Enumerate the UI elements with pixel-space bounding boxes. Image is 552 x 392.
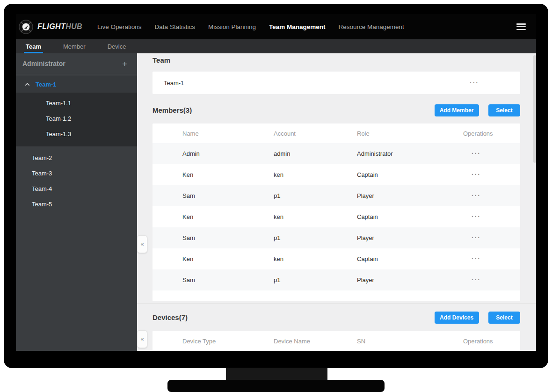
add-member-button[interactable]: Add Member: [435, 104, 479, 116]
devices-actions: Add Devices Select: [435, 312, 520, 324]
nav-item-live-operations[interactable]: Live Operations: [97, 23, 142, 30]
column-header-role: Role: [357, 130, 463, 137]
more-options-icon[interactable]: ···: [472, 234, 481, 241]
table-row: Admin admin Administrator ···: [153, 143, 520, 164]
members-actions: Add Member Select: [435, 104, 520, 116]
sidebar-item-team-4[interactable]: Team-4: [16, 181, 137, 196]
team-tree-sidebar: Administrator + Team-1 Team-1.1 Team-1.2…: [16, 53, 137, 351]
sidebar-item-team-5[interactable]: Team-5: [16, 196, 137, 212]
column-header-operations: Operations: [463, 338, 520, 345]
member-name: Sam: [182, 276, 274, 283]
devices-table-header: Device Type Device Name SN Operations: [153, 331, 520, 351]
sidebar-item-team-1-3[interactable]: Team-1.3: [16, 126, 137, 142]
members-table-header: Name Account Role Operations: [153, 123, 520, 143]
team-section-title: Team: [153, 53, 520, 64]
brand-text: FLIGHTHUB: [37, 22, 82, 31]
member-name: Sam: [182, 192, 274, 199]
member-name: Ken: [182, 213, 274, 220]
nav-item-team-management[interactable]: Team Management: [269, 23, 326, 30]
column-header-operations: Operations: [463, 130, 520, 137]
tab-member[interactable]: Member: [62, 39, 87, 53]
devices-section-title: Devices(7): [153, 313, 188, 321]
members-section-head: Members(3) Add Member Select: [153, 104, 520, 116]
more-options-icon[interactable]: ···: [472, 276, 481, 283]
table-row: Sam p1 Player ···: [153, 269, 520, 290]
top-navbar: FLIGHTHUB Live Operations Data Statistic…: [16, 14, 536, 39]
member-role: Player: [357, 192, 463, 199]
sidebar-item-team-1[interactable]: Team-1: [16, 76, 137, 93]
tab-bar: Team Member Device: [16, 39, 536, 53]
sidebar-item-team-3[interactable]: Team-3: [16, 166, 137, 181]
monitor-stand-base: [167, 380, 385, 392]
member-role: Captain: [357, 213, 463, 220]
app-screen: FLIGHTHUB Live Operations Data Statistic…: [16, 14, 536, 351]
member-account: ken: [274, 171, 357, 178]
member-account: p1: [274, 234, 357, 241]
select-devices-button[interactable]: Select: [488, 312, 520, 324]
member-name: Ken: [182, 171, 274, 178]
more-options-icon[interactable]: ···: [472, 171, 481, 178]
hamburger-menu-icon[interactable]: [516, 23, 526, 30]
member-account: ken: [274, 213, 357, 220]
sidebar-collapse-handle[interactable]: «: [137, 330, 147, 348]
flighthub-logo-icon: [19, 20, 33, 34]
section-divider: [137, 303, 536, 304]
member-role: Captain: [357, 171, 463, 178]
sidebar-header: Administrator +: [16, 53, 137, 74]
column-header-sn: SN: [357, 338, 463, 345]
brand[interactable]: FLIGHTHUB: [19, 20, 82, 34]
add-team-icon[interactable]: +: [122, 59, 127, 68]
sidebar-top-level-items: Team-2 Team-3 Team-4 Team-5: [16, 146, 137, 212]
more-options-icon[interactable]: ···: [470, 80, 479, 86]
team-card-name: Team-1: [164, 80, 184, 87]
nav-menu: Live Operations Data Statistics Mission …: [97, 23, 404, 30]
more-options-icon[interactable]: ···: [472, 192, 481, 199]
vertical-scrollbar-thumb[interactable]: [533, 55, 536, 163]
member-name: Ken: [182, 255, 274, 262]
sidebar-item-label: Team-1: [36, 81, 57, 88]
sidebar-item-team-1-1[interactable]: Team-1.1: [16, 95, 137, 111]
table-row: Sam p1 Player ···: [153, 185, 520, 206]
member-role: Player: [357, 234, 463, 241]
tab-device[interactable]: Device: [107, 39, 127, 53]
member-role: Administrator: [357, 150, 463, 157]
app-body: Administrator + Team-1 Team-1.1 Team-1.2…: [16, 53, 536, 351]
devices-table: Device Type Device Name SN Operations: [153, 331, 520, 351]
sidebar-header-label: Administrator: [22, 60, 65, 67]
members-table: Name Account Role Operations Admin admin…: [153, 123, 520, 301]
brand-text-secondary: HUB: [65, 22, 82, 30]
members-section-title: Members(3): [153, 106, 192, 114]
sidebar-item-team-1-2[interactable]: Team-1.2: [16, 111, 137, 126]
table-row: Ken ken Captain ···: [153, 206, 520, 227]
nav-item-mission-planning[interactable]: Mission Planning: [208, 23, 256, 30]
member-account: ken: [274, 255, 357, 262]
table-row: Ken ken Captain ···: [153, 248, 520, 269]
table-row: Sam p1 Player ···: [153, 227, 520, 248]
more-options-icon[interactable]: ···: [472, 150, 481, 157]
select-members-button[interactable]: Select: [488, 104, 520, 116]
member-name: Admin: [182, 150, 274, 157]
column-header-account: Account: [274, 130, 357, 137]
content-inner: Team Team-1 ··· Members(3) Add Member Se…: [153, 53, 520, 351]
member-account: p1: [274, 192, 357, 199]
more-options-icon[interactable]: ···: [472, 255, 481, 262]
member-account: p1: [274, 276, 357, 283]
nav-item-data-statistics[interactable]: Data Statistics: [155, 23, 195, 30]
members-table-body: Admin admin Administrator ··· Ken ken Ca…: [153, 143, 520, 290]
column-header-device-name: Device Name: [274, 338, 357, 345]
sidebar-collapse-handle[interactable]: «: [137, 235, 147, 253]
tab-team[interactable]: Team: [25, 39, 42, 53]
team-1-children: Team-1.1 Team-1.2 Team-1.3: [16, 93, 137, 146]
table-row: Ken ken Captain ···: [153, 164, 520, 185]
column-header-name: Name: [182, 130, 274, 137]
add-devices-button[interactable]: Add Devices: [435, 312, 479, 324]
member-role: Captain: [357, 255, 463, 262]
member-account: admin: [274, 150, 357, 157]
nav-item-resource-management[interactable]: Resource Management: [338, 23, 404, 30]
page: FLIGHTHUB Live Operations Data Statistic…: [0, 0, 552, 392]
member-name: Sam: [182, 234, 274, 241]
brand-text-primary: FLIGHT: [37, 22, 65, 30]
more-options-icon[interactable]: ···: [472, 213, 481, 220]
sidebar-item-team-2[interactable]: Team-2: [16, 150, 137, 166]
column-header-device-type: Device Type: [182, 338, 274, 345]
